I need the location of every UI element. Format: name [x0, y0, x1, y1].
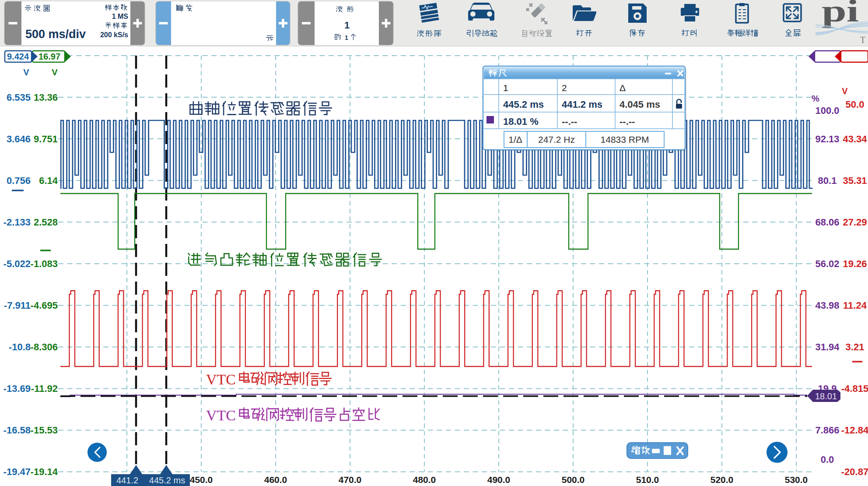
svg-text:Δ: Δ: [620, 83, 626, 93]
svg-text:-12.84: -12.84: [841, 425, 868, 436]
svg-text:T: T: [860, 35, 865, 45]
svg-text:4.045 ms: 4.045 ms: [620, 99, 660, 110]
svg-text:200 kS/s: 200 kS/s: [100, 31, 128, 39]
svg-text:100.0: 100.0: [815, 105, 839, 116]
svg-text:1/Δ: 1/Δ: [508, 134, 522, 144]
svg-text:-2.133: -2.133: [4, 217, 31, 228]
svg-text:18.01 %: 18.01 %: [503, 116, 539, 127]
svg-text:470.0: 470.0: [339, 475, 362, 485]
svg-text:530.0: 530.0: [785, 475, 808, 485]
svg-text:-19.47: -19.47: [4, 466, 31, 477]
svg-text:1: 1: [503, 83, 508, 93]
svg-text:-4.815: -4.815: [841, 383, 868, 394]
svg-text:520.0: 520.0: [710, 475, 734, 485]
svg-text:31.94: 31.94: [815, 342, 840, 352]
svg-text:441.2: 441.2: [116, 475, 138, 485]
svg-text:11.24: 11.24: [843, 300, 867, 311]
svg-text:9.751: 9.751: [34, 134, 58, 144]
svg-text:--.--: --.--: [620, 116, 635, 127]
svg-text:%: %: [812, 94, 819, 103]
svg-text:-11.92: -11.92: [31, 383, 58, 394]
svg-text:pi: pi: [822, 0, 859, 28]
svg-text:510.0: 510.0: [636, 475, 659, 485]
svg-text:-7.911: -7.911: [4, 300, 31, 311]
svg-text:80.1: 80.1: [818, 175, 837, 186]
svg-text:-20.87: -20.87: [841, 466, 868, 477]
svg-text:500 ms/div: 500 ms/div: [25, 28, 86, 41]
svg-text:2.528: 2.528: [34, 217, 58, 228]
svg-text:2: 2: [562, 83, 567, 93]
svg-text:19.26: 19.26: [843, 258, 867, 269]
svg-text:480.0: 480.0: [413, 475, 436, 485]
svg-text:V: V: [842, 86, 848, 96]
svg-text:-4.695: -4.695: [31, 300, 58, 311]
svg-text:43.34: 43.34: [843, 134, 867, 144]
svg-text:27.29: 27.29: [843, 217, 867, 228]
svg-text:3.21: 3.21: [846, 342, 864, 352]
svg-text:92.13: 92.13: [815, 134, 839, 144]
svg-text:35.31: 35.31: [843, 175, 867, 186]
svg-text:18.01: 18.01: [815, 391, 837, 401]
svg-text:450.0: 450.0: [190, 475, 213, 485]
svg-text:6.535: 6.535: [7, 92, 31, 103]
svg-text:--.--: --.--: [562, 116, 577, 127]
svg-text:-15.53: -15.53: [31, 425, 58, 436]
svg-text:-16.58: -16.58: [4, 425, 31, 436]
svg-text:-13.69: -13.69: [4, 383, 31, 394]
svg-text:0.0: 0.0: [821, 454, 834, 465]
svg-text:445.2 ms: 445.2 ms: [149, 475, 185, 485]
svg-text:0.756: 0.756: [7, 175, 31, 186]
svg-text:43.98: 43.98: [815, 300, 839, 311]
svg-text:1 MS: 1 MS: [112, 13, 129, 20]
svg-text:7.866: 7.866: [815, 425, 839, 436]
svg-text:500.0: 500.0: [562, 475, 585, 485]
svg-text:V: V: [23, 67, 29, 77]
svg-text:-19.14: -19.14: [31, 466, 58, 477]
svg-text:V: V: [52, 67, 58, 77]
svg-text:-5.022: -5.022: [4, 258, 31, 269]
svg-text:13.36: 13.36: [34, 92, 58, 103]
svg-text:1: 1: [345, 34, 348, 41]
svg-text:247.2 Hz: 247.2 Hz: [538, 134, 575, 144]
svg-text:3.646: 3.646: [7, 134, 31, 144]
svg-text:56.02: 56.02: [815, 258, 839, 269]
svg-text:VTC: VTC: [206, 407, 236, 423]
svg-text:14833 RPM: 14833 RPM: [601, 134, 649, 144]
svg-text:6.14: 6.14: [39, 175, 58, 186]
svg-text:445.2 ms: 445.2 ms: [503, 99, 544, 110]
svg-text:460.0: 460.0: [264, 475, 287, 485]
svg-text:1: 1: [344, 20, 350, 31]
svg-text:50.0: 50.0: [846, 99, 864, 110]
svg-text:68.06: 68.06: [815, 217, 839, 228]
svg-text:-8.306: -8.306: [31, 342, 58, 352]
svg-text:-1.083: -1.083: [31, 258, 58, 269]
svg-text:-10.8: -10.8: [9, 342, 31, 352]
svg-text:16.97: 16.97: [38, 52, 60, 61]
svg-text:9.424: 9.424: [7, 52, 29, 61]
svg-text:VTC: VTC: [206, 371, 236, 387]
svg-text:490.0: 490.0: [487, 475, 511, 485]
svg-text:441.2 ms: 441.2 ms: [562, 99, 602, 110]
